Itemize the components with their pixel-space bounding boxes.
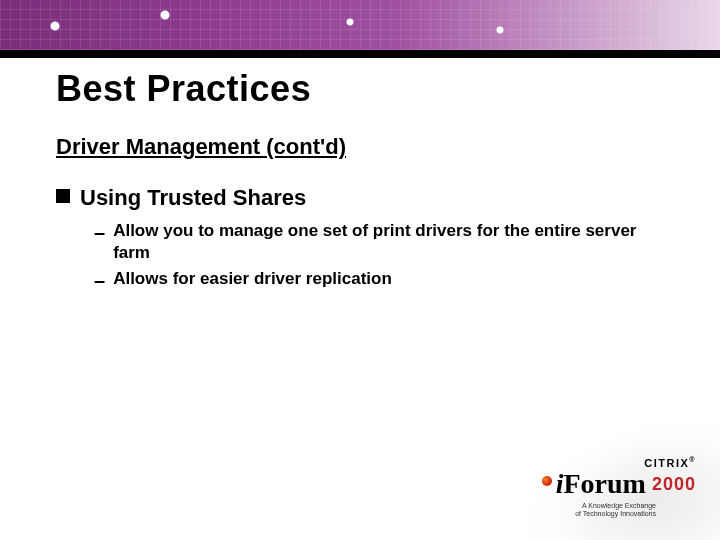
bullet-level2-text: Allows for easier driver replication	[113, 268, 392, 290]
logo-dot-icon	[542, 476, 552, 486]
dash-bullet-icon: –	[94, 220, 105, 244]
bullet-level1-text: Using Trusted Shares	[80, 184, 306, 212]
logo-i: i	[556, 468, 564, 499]
logo-tagline: A Knowledge Exchange of Technology Innov…	[575, 502, 656, 517]
bullet-level2-text: Allow you to manage one set of print dri…	[113, 220, 660, 264]
sub-bullets: – Allow you to manage one set of print d…	[94, 220, 660, 292]
logo-main: iForum2000	[540, 468, 696, 500]
slide-subtitle: Driver Management (cont'd)	[56, 134, 346, 160]
logo-brand: CITRIX®	[644, 456, 696, 469]
logo-tagline-line1: A Knowledge Exchange	[582, 502, 656, 509]
slide-title: Best Practices	[56, 68, 680, 110]
header-rule	[0, 50, 720, 58]
header-pattern-band	[0, 0, 720, 50]
iforum-logo: CITRIX® iForum2000 A Knowledge Exchange …	[510, 456, 700, 526]
square-bullet-icon	[56, 189, 70, 203]
logo-year: 2000	[652, 474, 696, 494]
logo-forum: Forum	[564, 468, 646, 499]
slide: Best Practices Driver Management (cont'd…	[0, 0, 720, 540]
logo-tagline-line2: of Technology Innovations	[575, 510, 656, 517]
bullet-level2: – Allows for easier driver replication	[94, 268, 660, 292]
bullet-level2: – Allow you to manage one set of print d…	[94, 220, 660, 264]
bullet-level1: Using Trusted Shares	[56, 184, 660, 212]
logo-brand-text: CITRIX	[644, 457, 689, 469]
dash-bullet-icon: –	[94, 268, 105, 292]
slide-body: Using Trusted Shares – Allow you to mana…	[56, 184, 660, 296]
